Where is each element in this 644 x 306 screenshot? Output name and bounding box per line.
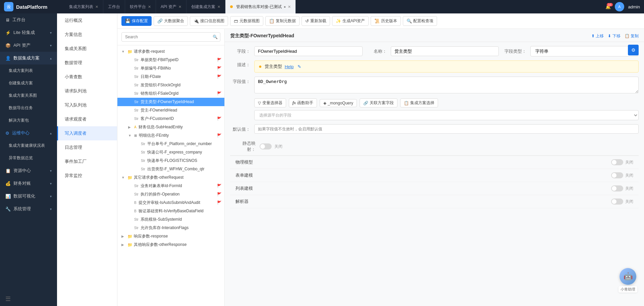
close-icon[interactable]: ✕ <box>288 5 291 9</box>
api-info-view-button[interactable]: 🔌 接口信息视图 <box>190 16 228 26</box>
name-input[interactable] <box>391 46 499 56</box>
sidebar-item-operations[interactable]: ⚙ 运维中心 ▴ <box>0 127 57 139</box>
toggle-icon[interactable]: ▶ <box>121 243 126 247</box>
search-input[interactable] <box>121 32 220 42</box>
tree-node-formid[interactable]: Str 业务对象表单Id-FormId 🚩 <box>117 182 224 190</box>
nav-request-queue[interactable]: 请求队列池 <box>57 84 117 98</box>
relate-field-button[interactable]: 🔗 关联方案字段 <box>360 98 397 107</box>
tree-node-fowner-type-id-head[interactable]: Str 货主类型-FOwnerTypeIdHead <box>117 98 224 106</box>
sidebar-item-anomaly-data[interactable]: 异常数据总览 <box>0 152 57 164</box>
tree-node-operation[interactable]: Str 执行的操作-Operation 🚩 <box>117 190 224 199</box>
tree-node-fsale-org-id[interactable]: Str 销售组织-FSaleOrgId 🚩 <box>117 89 224 98</box>
sidebar-item-workbench[interactable]: 🖥 工作台 <box>0 13 57 26</box>
edit-icon[interactable]: ✎ <box>298 64 301 69</box>
tree-node-finance-info[interactable]: ▶ A 财务信息-SubHeadEntity <box>117 123 224 131</box>
nav-log-mgmt[interactable]: 日志管理 <box>57 140 117 155</box>
tab-create-integration[interactable]: 创建集成方案 ✕ <box>186 0 225 13</box>
tab-software-platform[interactable]: 软件平台 ✕ <box>125 0 156 13</box>
parser-switch[interactable] <box>611 199 623 205</box>
tab-workbench[interactable]: 工作台 <box>103 0 125 13</box>
sidebar-toggle[interactable]: ☰ <box>0 292 57 306</box>
nav-request-observer[interactable]: 请求观度者 <box>57 112 117 126</box>
copy-action[interactable]: 📋 复制 <box>625 33 639 39</box>
user-avatar[interactable]: A <box>615 2 624 11</box>
tree-node-interation-flags[interactable]: Str 允许负库存-InterationFlags <box>117 224 224 232</box>
nav-overview[interactable]: 运行概况 <box>57 13 117 28</box>
var-selector-button[interactable]: ▽ 变量选择器 <box>254 98 286 107</box>
sidebar-item-integration-relation[interactable]: 集成方案关系图 <box>0 89 57 102</box>
tree-node-fowner-id-head[interactable]: Str 货主-FOwnerIdHead <box>117 106 224 115</box>
sidebar-item-lite-integration[interactable]: ⚡ Lite 轻集成 ▾ <box>0 26 57 39</box>
nav-data-mgmt[interactable]: 数据管理 <box>57 56 117 70</box>
meta-data-view-button[interactable]: 🗃 元数据视图 <box>230 16 263 26</box>
nav-write-queue[interactable]: 写入队列池 <box>57 98 117 112</box>
close-icon[interactable]: ✕ <box>217 5 220 9</box>
nav-solution-info[interactable]: 方案信息 <box>57 28 117 42</box>
field-value-textarea[interactable] <box>254 77 639 93</box>
sidebar-item-integration-list[interactable]: 集成方案列表 <box>0 64 57 77</box>
field-input[interactable] <box>254 46 363 56</box>
tree-node-f-platform-order[interactable]: Str 平台单号-F_Platform_order_number <box>117 140 224 148</box>
tree-node-fdate[interactable]: Str 日期-FDate 🚩 <box>117 73 224 81</box>
tab-manage-sales[interactable]: 管易销售出库对接-已测试 ● ✕ <box>225 0 296 13</box>
sidebar-item-solution-package[interactable]: 解决方案包 <box>0 114 57 127</box>
source-platform-select[interactable]: 选择源平台的字段 <box>254 110 639 120</box>
toggle-icon[interactable]: ▼ <box>121 176 126 179</box>
reload-button[interactable]: ↺ 重新加载 <box>302 16 330 26</box>
static-mapping-toggle[interactable] <box>260 143 272 149</box>
tree-node-fstock-org-id[interactable]: Str 发货组织-FStockOrgId <box>117 81 224 89</box>
history-version-button[interactable]: 📜 历史版本 <box>371 16 401 26</box>
tree-node-fw-fhw-combo[interactable]: Str 出货类型-F_WFHW_Combo_qtr <box>117 165 224 173</box>
tab-api-assets[interactable]: API 资产 ✕ <box>156 0 186 13</box>
sidebar-item-data-integration[interactable]: 👤 数据集成方案 ▴ <box>0 52 57 64</box>
tree-node-other-response[interactable]: ▶ 📁 其他响应参数-otherResponse <box>117 241 224 249</box>
notification-bell[interactable]: 🔔 10 <box>605 4 611 9</box>
sidebar-item-create-integration[interactable]: 创建集成方案 <box>0 77 57 89</box>
assistant-avatar[interactable]: 🤖 <box>620 268 636 285</box>
big-data-merge-button[interactable]: 🔗 大数据聚合 <box>154 16 188 26</box>
settings-gear-button[interactable]: ⚙ <box>628 45 639 55</box>
list-model-switch[interactable] <box>611 185 623 191</box>
sidebar-item-resource-center[interactable]: 📋 资源中心 ▾ <box>0 164 57 177</box>
nav-integration-graph[interactable]: 集成关系图 <box>57 42 117 56</box>
tree-node-fcustomer-id[interactable]: Str 客户-FCustomerID 🚩 <box>117 115 224 123</box>
nav-mini-query[interactable]: 小青查数 <box>57 70 117 84</box>
tree-node-fbill-type-id[interactable]: Str 单据类型-FBillTypeID 🚩 <box>117 56 224 64</box>
close-icon[interactable]: ✕ <box>178 5 181 9</box>
tree-node-other-request[interactable]: ▼ 📁 其它请求参数-otherRequest <box>117 173 224 182</box>
copy-meta-data-button[interactable]: 📋 复制元数据 <box>265 16 300 26</box>
default-value-input[interactable] <box>254 124 639 134</box>
close-icon[interactable]: ✕ <box>148 5 151 9</box>
nav-write-observer[interactable]: 写入调度者 <box>57 126 117 140</box>
close-icon[interactable]: ✕ <box>95 5 98 9</box>
tree-node-response[interactable]: ▶ 📁 响应参数-response <box>117 232 224 241</box>
sidebar-item-finance[interactable]: 💰 财务对账 ▾ <box>0 177 57 190</box>
func-helper-button[interactable]: fx 函数助手 <box>289 98 317 107</box>
toggle-icon[interactable]: ▶ <box>121 234 126 238</box>
sidebar-item-data-export[interactable]: 数据导出任务 <box>0 102 57 114</box>
toggle-icon[interactable]: ▼ <box>121 50 126 53</box>
mongo-query-button[interactable]: ◈ _mongoQuery <box>320 99 357 107</box>
tree-node-flogistics-nos[interactable]: Str 快递单号-FLOGISTICSNOS <box>117 157 224 165</box>
table-model-switch[interactable] <box>611 172 623 178</box>
move-down-action[interactable]: ⬇ 下移 <box>608 33 620 39</box>
tree-node-is-verify[interactable]: B 验证基础资料-IsVerifyBaseDataField <box>117 207 224 215</box>
save-config-button[interactable]: 💾 保存配置 <box>121 16 152 26</box>
nav-event-factory[interactable]: 事件加工厂 <box>57 155 117 169</box>
sidebar-item-system-mgmt[interactable]: 🔧 系统管理 ▾ <box>0 203 57 215</box>
tree-node-fbill-no[interactable]: Str 单据编号-FBillNo 🚩 <box>117 64 224 73</box>
tab-integration-list[interactable]: 集成方案列表 ✕ <box>64 0 103 13</box>
help-link[interactable]: Help <box>285 64 294 69</box>
sidebar-item-integration-health[interactable]: 集成方案健康状况表 <box>0 139 57 152</box>
solution-select-button[interactable]: 📋 集成方案选择 <box>400 98 438 107</box>
tree-node-sub-system-id[interactable]: Str 系统模块-SubSystemId <box>117 215 224 224</box>
tree-node-f-express-company[interactable]: Str 快递公司-F_express_company <box>117 148 224 157</box>
gen-api-assets-button[interactable]: ✨ 生成API资产 <box>332 16 369 26</box>
move-up-action[interactable]: ⬆ 上移 <box>591 33 604 39</box>
tree-node-request-params[interactable]: ▼ 📁 请求参数-request <box>117 47 224 56</box>
toggle-icon[interactable]: ▶ <box>128 125 133 129</box>
tree-node-is-auto-submit[interactable]: B 提交并审核-IsAutoSubmitAndAudit 🚩 <box>117 199 224 207</box>
sidebar-item-api-assets[interactable]: 📦 API 资产 ▾ <box>0 39 57 52</box>
tree-node-fentity[interactable]: ▼ ⊞ 明细信息-FEntity 🚩 <box>117 131 224 140</box>
sidebar-item-data-viz[interactable]: 📊 数据可视化 ▾ <box>0 190 57 203</box>
